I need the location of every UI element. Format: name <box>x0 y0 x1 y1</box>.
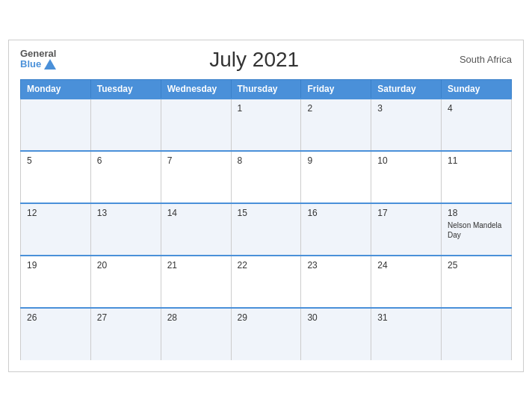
logo-triangle-icon <box>44 59 56 69</box>
day-number: 10 <box>377 155 435 166</box>
day-number: 29 <box>238 312 295 323</box>
day-cell: 8 <box>231 151 301 203</box>
day-number: 31 <box>377 312 435 323</box>
weekday-thursday: Thursday <box>231 79 301 99</box>
weekday-monday: Monday <box>21 79 91 99</box>
day-cell: 30 <box>301 308 371 360</box>
day-cell: 1 <box>231 99 301 151</box>
weekday-friday: Friday <box>301 79 371 99</box>
day-cell: 2 <box>301 99 371 151</box>
logo-area: General Blue <box>20 49 56 70</box>
day-number: 30 <box>307 312 365 323</box>
calendar-container: General Blue July 2021 South Africa Mond… <box>8 40 524 372</box>
day-cell: 10 <box>371 151 442 203</box>
day-number: 23 <box>307 260 365 271</box>
day-cell: 25 <box>442 256 512 308</box>
day-number: 21 <box>167 260 225 271</box>
day-number: 12 <box>27 208 84 218</box>
day-cell: 17 <box>371 203 442 256</box>
day-number: 3 <box>377 103 435 114</box>
day-cell: 19 <box>21 256 91 308</box>
week-row-5: 262728293031 <box>21 308 512 360</box>
calendar-header: General Blue July 2021 South Africa <box>20 48 512 72</box>
day-number: 16 <box>307 208 365 218</box>
country-name: South Africa <box>452 54 512 65</box>
day-number: 19 <box>27 260 84 271</box>
day-cell: 23 <box>301 256 371 308</box>
day-cell: 21 <box>161 256 231 308</box>
day-cell: 5 <box>21 151 91 203</box>
day-cell: 15 <box>231 203 301 256</box>
day-cell: 28 <box>161 308 231 360</box>
day-number: 9 <box>307 155 365 166</box>
logo-general: General <box>20 49 56 59</box>
day-cell: 3 <box>371 99 442 151</box>
day-cell: 7 <box>161 151 231 203</box>
day-cell: 27 <box>90 308 161 360</box>
day-number: 27 <box>97 312 155 323</box>
calendar-title: July 2021 <box>56 48 452 72</box>
day-cell: 20 <box>90 256 161 308</box>
weekday-wednesday: Wednesday <box>161 79 231 99</box>
day-number: 5 <box>27 155 84 166</box>
day-cell: 18Nelson Mandela Day <box>442 203 512 256</box>
day-number: 2 <box>307 103 365 114</box>
day-cell: 13 <box>90 203 161 256</box>
day-number: 25 <box>448 260 505 271</box>
day-number: 13 <box>97 208 155 218</box>
day-cell: 22 <box>231 256 301 308</box>
day-cell <box>442 308 512 360</box>
day-cell <box>161 99 231 151</box>
day-number: 28 <box>167 312 225 323</box>
day-number: 7 <box>167 155 225 166</box>
weekday-sunday: Sunday <box>442 79 512 99</box>
day-number: 26 <box>27 312 84 323</box>
day-number: 22 <box>238 260 295 271</box>
day-cell: 12 <box>21 203 91 256</box>
day-cell: 16 <box>301 203 371 256</box>
day-number: 14 <box>167 208 225 218</box>
day-cell: 24 <box>371 256 442 308</box>
day-cell: 9 <box>301 151 371 203</box>
week-row-4: 19202122232425 <box>21 256 512 308</box>
day-cell: 11 <box>442 151 512 203</box>
calendar-grid: Monday Tuesday Wednesday Thursday Friday… <box>20 79 512 360</box>
day-cell: 31 <box>371 308 442 360</box>
day-cell: 26 <box>21 308 91 360</box>
week-row-2: 567891011 <box>21 151 512 203</box>
day-number: 6 <box>97 155 155 166</box>
day-number: 4 <box>448 103 505 114</box>
logo-blue: Blue <box>20 59 41 69</box>
day-cell: 14 <box>161 203 231 256</box>
day-number: 17 <box>377 208 435 218</box>
day-cell <box>90 99 161 151</box>
day-number: 20 <box>97 260 155 271</box>
day-number: 11 <box>448 155 505 166</box>
day-number: 1 <box>238 103 295 114</box>
day-number: 18 <box>448 208 505 218</box>
day-number: 8 <box>238 155 295 166</box>
weekday-tuesday: Tuesday <box>90 79 161 99</box>
day-cell: 29 <box>231 308 301 360</box>
day-number: 24 <box>377 260 435 271</box>
week-row-1: 1234 <box>21 99 512 151</box>
day-cell <box>21 99 91 151</box>
day-cell: 4 <box>442 99 512 151</box>
holiday-name: Nelson Mandela Day <box>448 220 505 240</box>
weekday-header-row: Monday Tuesday Wednesday Thursday Friday… <box>21 79 512 99</box>
week-row-3: 12131415161718Nelson Mandela Day <box>21 203 512 256</box>
weekday-saturday: Saturday <box>371 79 442 99</box>
day-number: 15 <box>238 208 295 218</box>
day-cell: 6 <box>90 151 161 203</box>
